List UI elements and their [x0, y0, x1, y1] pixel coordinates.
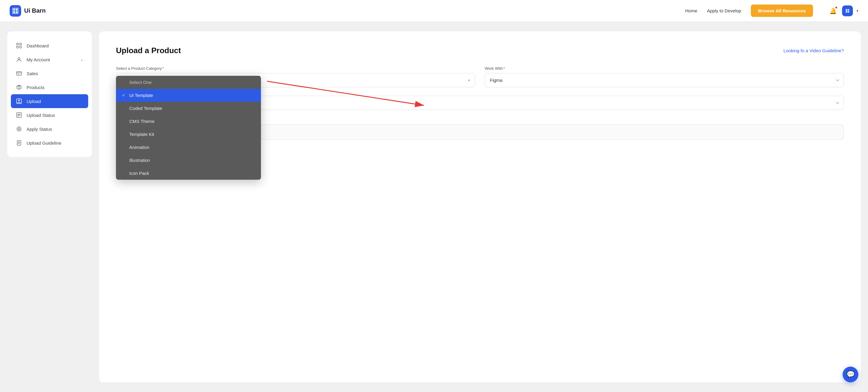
dropdown-option-animation[interactable]: Animation [116, 141, 261, 154]
sidebar-item-sales[interactable]: Sales [7, 66, 92, 80]
notification-badge [835, 6, 838, 9]
sidebar-icon-upload [16, 98, 22, 104]
sidebar-item-my-account[interactable]: My Account⌄ [7, 53, 92, 66]
svg-rect-5 [17, 71, 22, 75]
dropdown-label-icon_pack: Icon Pack [129, 171, 149, 176]
sidebar-item-upload-guideline[interactable]: Upload Guideline [7, 136, 92, 150]
sidebar-icon-sales [16, 71, 22, 76]
dropdown-label-animation: Animation [129, 145, 150, 150]
notification-icon[interactable]: 🔔 [828, 5, 838, 16]
video-guideline-link[interactable]: Looking fo a Video Guideline? [783, 48, 844, 53]
sidebar-icon-upload-status [16, 112, 22, 118]
dropdown-option-template_kit[interactable]: Template Kit [116, 128, 261, 141]
dropdown-label-illustration: Illustration [129, 158, 150, 163]
logo[interactable]: Ui Barn [10, 5, 45, 17]
user-menu-chevron[interactable]: ▾ [857, 9, 858, 13]
form-row-category: Select a Product Category* Ui Template ▾… [116, 66, 844, 87]
dropdown-option-ui_template[interactable]: ✓Ui Template [116, 89, 261, 102]
content-header: Upload a Product Looking fo a Video Guid… [116, 46, 844, 55]
work-with-select[interactable]: Figma [485, 73, 844, 87]
dropdown-label-template_kit: Template Kit [129, 132, 154, 137]
sidebar-item-apply-status[interactable]: Apply Status [7, 122, 92, 136]
sidebar-icon-upload-guideline [16, 140, 22, 146]
category-label: Select a Product Category* [116, 66, 475, 71]
header-nav: Home Apply to Develop Browse All Resourc… [685, 4, 858, 17]
main-content: Upload a Product Looking fo a Video Guid… [99, 31, 861, 382]
svg-point-4 [18, 58, 20, 60]
chat-button[interactable]: 💬 [843, 367, 858, 382]
dropdown-option-select_one[interactable]: Select One [116, 76, 261, 89]
sidebar-expand-my-account: ⌄ [80, 57, 83, 62]
sidebar-icon-dashboard [16, 43, 22, 48]
sidebar-label-upload-guideline: Upload Guideline [27, 141, 61, 146]
dropdown-option-cms_theme[interactable]: CMS Theme [116, 115, 261, 128]
dropdown-option-icon_pack[interactable]: Icon Pack [116, 167, 261, 180]
sidebar-icon-my-account [16, 57, 22, 62]
svg-rect-0 [17, 43, 19, 45]
category-select-chevron: ▾ [468, 78, 470, 83]
svg-rect-3 [20, 46, 22, 48]
sidebar-icon-products [16, 85, 22, 90]
svg-point-16 [18, 128, 20, 130]
header: Ui Barn Home Apply to Develop Browse All… [0, 0, 868, 22]
sidebar-item-dashboard[interactable]: Dashboard [7, 39, 92, 53]
svg-rect-2 [17, 46, 19, 48]
dropdown-check-ui_template: ✓ [122, 93, 127, 97]
dropdown-label-coded_template: Coded Template [129, 106, 162, 111]
logo-text: Ui Barn [24, 7, 45, 14]
dropdown-label-ui_template: Ui Template [129, 93, 153, 98]
dropdown-option-illustration[interactable]: Illustration [116, 154, 261, 167]
sidebar-icon-apply-status [16, 126, 22, 132]
header-icons: 🔔 ▾ [828, 5, 858, 16]
sidebar: DashboardMy Account⌄SalesProductsUploadU… [7, 31, 92, 157]
sidebar-label-apply-status: Apply Status [27, 126, 52, 132]
dropdown-label-cms_theme: CMS Theme [129, 119, 155, 124]
nav-apply[interactable]: Apply to Develop [707, 8, 741, 13]
sidebar-label-sales: Sales [27, 71, 38, 76]
form-group-work-with: Work With* Figma [485, 66, 844, 87]
form-group-category: Select a Product Category* Ui Template ▾… [116, 66, 475, 87]
sidebar-label-my-account: My Account [27, 57, 50, 62]
sidebar-item-upload[interactable]: Upload [11, 94, 88, 108]
sidebar-label-products: Products [27, 85, 44, 90]
svg-rect-1 [20, 43, 22, 45]
dropdown-label-select_one: Select One [129, 80, 152, 85]
sidebar-item-products[interactable]: Products [7, 80, 92, 94]
work-with-required: * [503, 66, 505, 71]
sidebar-label-upload-status: Upload Status [27, 113, 55, 118]
sidebar-label-upload: Upload [27, 99, 41, 104]
browse-all-button[interactable]: Browse All Resources [751, 4, 813, 17]
category-dropdown: Select One✓Ui TemplateCoded TemplateCMS … [116, 76, 261, 180]
page-title: Upload a Product [116, 46, 181, 55]
nav-home[interactable]: Home [685, 8, 698, 13]
user-avatar-icon[interactable] [842, 5, 853, 16]
svg-point-15 [17, 127, 21, 131]
logo-icon [10, 5, 21, 17]
category-required: * [162, 66, 164, 71]
work-with-label: Work With* [485, 66, 844, 71]
sidebar-item-upload-status[interactable]: Upload Status [7, 108, 92, 122]
dropdown-option-coded_template[interactable]: Coded Template [116, 102, 261, 115]
main-layout: DashboardMy Account⌄SalesProductsUploadU… [0, 22, 868, 392]
sidebar-label-dashboard: Dashboard [27, 43, 49, 48]
